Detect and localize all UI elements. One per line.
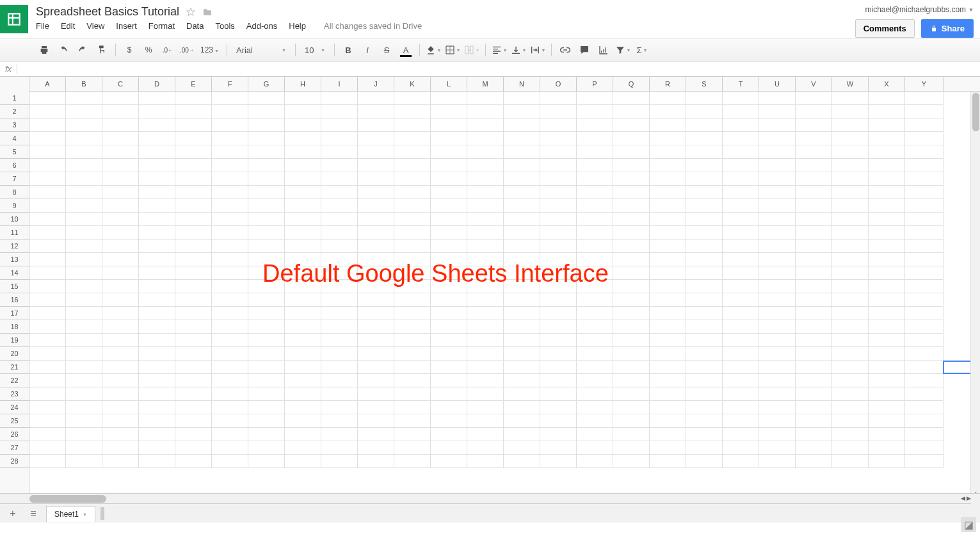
cell-G27[interactable] [248, 441, 285, 455]
cell-S26[interactable] [686, 428, 723, 441]
cell-Q7[interactable] [613, 172, 650, 186]
cell-R2[interactable] [650, 105, 686, 118]
paint-format-icon[interactable] [93, 42, 110, 58]
cell-X6[interactable] [869, 159, 905, 172]
cell-F28[interactable] [212, 455, 248, 468]
cell-W21[interactable] [832, 361, 869, 374]
cell-F27[interactable] [212, 441, 248, 455]
cell-F14[interactable] [212, 266, 248, 280]
cell-Q16[interactable] [613, 293, 650, 307]
cell-P24[interactable] [577, 401, 613, 414]
cell-P8[interactable] [577, 186, 613, 199]
cell-O18[interactable] [540, 320, 577, 334]
cell-M22[interactable] [467, 374, 504, 387]
cell-G23[interactable] [248, 387, 285, 401]
cell-B21[interactable] [66, 361, 102, 374]
cell-E21[interactable] [175, 361, 212, 374]
cell-W10[interactable] [832, 213, 869, 226]
cell-Q14[interactable] [613, 266, 650, 280]
cell-G20[interactable] [248, 347, 285, 361]
cell-P26[interactable] [577, 428, 613, 441]
cell-G5[interactable] [248, 145, 285, 159]
cell-S17[interactable] [686, 307, 723, 320]
cell-G21[interactable] [248, 361, 285, 374]
cell-O4[interactable] [540, 132, 577, 145]
cell-C25[interactable] [102, 414, 139, 428]
cell-O6[interactable] [540, 159, 577, 172]
cell-S5[interactable] [686, 145, 723, 159]
cell-Y26[interactable] [905, 428, 944, 441]
cell-G24[interactable] [248, 401, 285, 414]
cell-B9[interactable] [66, 199, 102, 213]
cell-X23[interactable] [869, 387, 905, 401]
cell-I28[interactable] [321, 455, 358, 468]
cell-H12[interactable] [285, 240, 321, 253]
cell-M25[interactable] [467, 414, 504, 428]
cell-J26[interactable] [358, 428, 394, 441]
menu-insert[interactable]: Insert [116, 21, 137, 31]
cell-X9[interactable] [869, 199, 905, 213]
cell-M9[interactable] [467, 199, 504, 213]
cell-N15[interactable] [504, 280, 540, 293]
cell-S25[interactable] [686, 414, 723, 428]
cell-T5[interactable] [723, 145, 759, 159]
cell-W4[interactable] [832, 132, 869, 145]
cell-I4[interactable] [321, 132, 358, 145]
borders-icon[interactable] [444, 42, 461, 58]
cell-T24[interactable] [723, 401, 759, 414]
cell-O25[interactable] [540, 414, 577, 428]
more-formats[interactable]: 123 [198, 45, 221, 54]
cell-E20[interactable] [175, 347, 212, 361]
cell-R24[interactable] [650, 401, 686, 414]
cell-K15[interactable] [394, 280, 431, 293]
cell-V5[interactable] [796, 145, 832, 159]
cell-R16[interactable] [650, 293, 686, 307]
cell-X28[interactable] [869, 455, 905, 468]
cell-L15[interactable] [431, 280, 467, 293]
cell-W13[interactable] [832, 253, 869, 266]
cell-F10[interactable] [212, 213, 248, 226]
cell-N28[interactable] [504, 455, 540, 468]
cell-I1[interactable] [321, 92, 358, 105]
cell-D4[interactable] [139, 132, 175, 145]
explore-button[interactable]: ◪ [961, 517, 976, 532]
cell-B19[interactable] [66, 334, 102, 347]
cell-P21[interactable] [577, 361, 613, 374]
cell-U4[interactable] [759, 132, 796, 145]
cell-B18[interactable] [66, 320, 102, 334]
menu-view[interactable]: View [86, 21, 104, 31]
cell-H18[interactable] [285, 320, 321, 334]
text-color-icon[interactable]: A [398, 42, 414, 58]
cell-R28[interactable] [650, 455, 686, 468]
cell-A15[interactable] [29, 280, 66, 293]
cell-J25[interactable] [358, 414, 394, 428]
cell-E5[interactable] [175, 145, 212, 159]
text-wrap-icon[interactable] [529, 42, 546, 58]
cell-Y9[interactable] [905, 199, 944, 213]
cell-P10[interactable] [577, 213, 613, 226]
cell-E8[interactable] [175, 186, 212, 199]
column-header-N[interactable]: N [504, 77, 540, 91]
cell-Q10[interactable] [613, 213, 650, 226]
cell-S13[interactable] [686, 253, 723, 266]
scroll-right-icon[interactable]: ▶ [967, 495, 971, 501]
cell-C10[interactable] [102, 213, 139, 226]
cell-F19[interactable] [212, 334, 248, 347]
cell-J23[interactable] [358, 387, 394, 401]
cell-G13[interactable] [248, 253, 285, 266]
cell-H11[interactable] [285, 226, 321, 240]
column-header-T[interactable]: T [723, 77, 759, 91]
cell-K16[interactable] [394, 293, 431, 307]
cell-R6[interactable] [650, 159, 686, 172]
cell-U1[interactable] [759, 92, 796, 105]
cell-J27[interactable] [358, 441, 394, 455]
cell-W15[interactable] [832, 280, 869, 293]
cell-N11[interactable] [504, 226, 540, 240]
cell-Y8[interactable] [905, 186, 944, 199]
cell-Q3[interactable] [613, 118, 650, 132]
decrease-decimal[interactable]: .0← [159, 42, 176, 58]
cell-I15[interactable] [321, 280, 358, 293]
cell-D2[interactable] [139, 105, 175, 118]
cell-K14[interactable] [394, 266, 431, 280]
cell-V25[interactable] [796, 414, 832, 428]
